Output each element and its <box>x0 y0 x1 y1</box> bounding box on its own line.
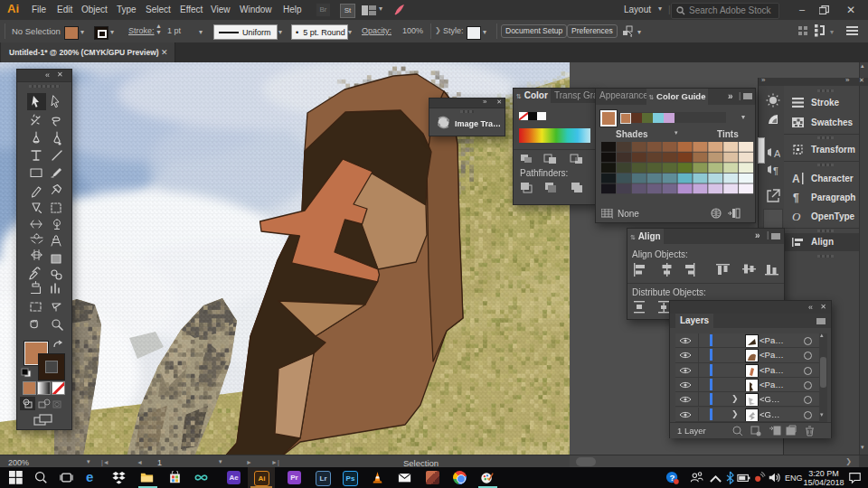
svg-text:A: A <box>774 148 780 159</box>
svg-text:O: O <box>792 211 801 222</box>
svg-text:¶: ¶ <box>793 192 799 203</box>
svg-text:¶: ¶ <box>773 165 778 176</box>
svg-text:A: A <box>792 173 800 184</box>
